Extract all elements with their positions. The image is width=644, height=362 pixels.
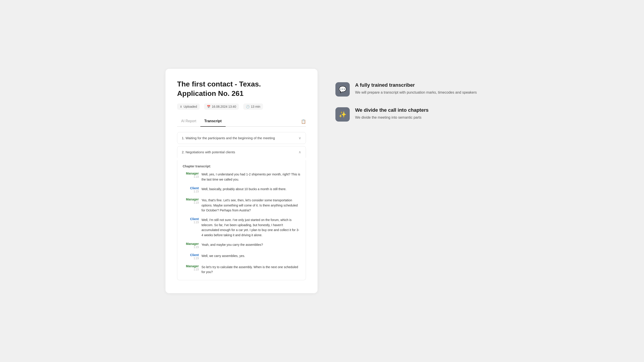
speaker-col-7: Manager 1:23 xyxy=(183,264,199,275)
page-wrapper: The first contact - Texas. Application N… xyxy=(166,69,478,293)
speaker-time-1: 1:23 xyxy=(194,175,199,178)
tab-ai-report[interactable]: AI Report xyxy=(177,117,200,127)
feature-chapters-text: We divide the call into chapters We divi… xyxy=(355,107,428,120)
speech-text-6: Well, we carry assemblies, yes. xyxy=(202,253,300,260)
tabs: AI Report Transcript 📋 xyxy=(177,117,306,127)
feature-chapters-title: We divide the call into chapters xyxy=(355,107,428,113)
transcript-entry-3: Manager 1:23 Yes, that's fine. Let's see… xyxy=(183,198,300,213)
speaker-col-3: Manager 1:23 xyxy=(183,198,199,213)
speaker-time-6: 1:23 xyxy=(194,257,199,260)
uploaded-label: Uploaded xyxy=(184,105,197,108)
speaker-time-4: 1:23 xyxy=(194,221,199,224)
speech-text-5: Yeah, and maybe you carry the assemblies… xyxy=(202,242,300,249)
tab-transcript[interactable]: Transcript xyxy=(200,117,226,127)
chapter-2-label: 2. Negotiations with potential clients xyxy=(182,150,235,154)
speaker-time-2: 1:23 xyxy=(194,190,199,193)
speech-text-1: Well, yes, I understand you had 1-2 ship… xyxy=(202,172,300,182)
speaker-col-1: Manager 1:23 xyxy=(183,172,199,182)
page-title: The first contact - Texas. Application N… xyxy=(177,79,306,98)
feature-transcriber-text: A fully trained transcriber We will prep… xyxy=(355,82,477,95)
chapter-2-header[interactable]: 2. Negotiations with potential clients ∧ xyxy=(177,146,306,158)
speech-text-2: Well, basically, probably about 10 bucks… xyxy=(202,186,300,193)
meta-row: ⬇ Uploaded 📅 16.08.2024 13:40 🕐 13 min xyxy=(177,103,306,110)
transcriber-icon-box: 💬 xyxy=(336,82,350,96)
chevron-up-icon: ∧ xyxy=(298,150,301,154)
duration-badge: 🕐 13 min xyxy=(243,103,263,110)
transcript-entry-7: Manager 1:23 So let's try to calculate t… xyxy=(183,264,300,275)
features-col: 💬 A fully trained transcriber We will pr… xyxy=(336,69,478,122)
feature-transcriber-desc: We will prepare a transcript with punctu… xyxy=(355,90,477,95)
clock-icon: 🕐 xyxy=(246,105,250,108)
date-badge: 📅 16.08.2024 13:40 xyxy=(204,103,239,110)
copy-icon[interactable]: 📋 xyxy=(297,117,306,127)
transcript-entry-2: Client 1:23 Well, basically, probably ab… xyxy=(183,186,300,193)
chevron-down-icon: ∨ xyxy=(298,136,301,140)
speaker-name-1: Manager xyxy=(186,172,199,175)
uploaded-badge: ⬇ Uploaded xyxy=(177,103,200,110)
duration-label: 13 min xyxy=(251,105,260,108)
speaker-name-6: Client xyxy=(190,253,199,257)
feature-chapters-desc: We divide the meeting into semantic part… xyxy=(355,115,428,120)
speaker-name-3: Manager xyxy=(186,198,199,201)
chat-icon: 💬 xyxy=(339,86,346,93)
tabs-row: AI Report Transcript 📋 xyxy=(177,117,306,132)
main-card: The first contact - Texas. Application N… xyxy=(166,69,318,293)
date-label: 16.08.2024 13:40 xyxy=(212,105,236,108)
speaker-name-4: Client xyxy=(190,217,199,221)
speaker-col-5: Manager 1:23 xyxy=(183,242,199,249)
calendar-icon: 📅 xyxy=(207,105,210,108)
feature-transcriber-title: A fully trained transcriber xyxy=(355,82,477,88)
feature-transcriber: 💬 A fully trained transcriber We will pr… xyxy=(336,82,478,96)
speaker-col-6: Client 1:23 xyxy=(183,253,199,260)
transcript-entry-5: Manager 1:23 Yeah, and maybe you carry t… xyxy=(183,242,300,249)
chapter-transcript-label: Chapter transcript: xyxy=(183,164,300,168)
speaker-name-7: Manager xyxy=(186,264,199,268)
speaker-col-2: Client 1:23 xyxy=(183,186,199,193)
transcript-entry-1: Manager 1:23 Well, yes, I understand you… xyxy=(183,172,300,182)
speech-text-3: Yes, that's fine. Let's see, then, let's… xyxy=(202,198,300,213)
chapters-icon-box: ✨ xyxy=(336,107,350,122)
speech-text-7: So let's try to calculate the assembly. … xyxy=(202,264,300,275)
chapter-1-label: 1. Waiting for the participants and the … xyxy=(182,136,275,140)
transcript-entry-6: Client 1:23 Well, we carry assemblies, y… xyxy=(183,253,300,260)
chapter-2-content: Chapter transcript: Manager 1:23 Well, y… xyxy=(177,160,306,280)
speaker-time-3: 1:23 xyxy=(194,201,199,204)
speaker-name-5: Manager xyxy=(186,242,199,246)
speaker-time-7: 1:23 xyxy=(194,268,199,271)
feature-chapters: ✨ We divide the call into chapters We di… xyxy=(336,107,478,122)
speaker-time-5: 1:23 xyxy=(194,246,199,249)
speaker-col-4: Client 1:23 xyxy=(183,217,199,238)
speaker-name-2: Client xyxy=(190,186,199,190)
speech-text-4: Well, I'm still not sure. I've only just… xyxy=(202,217,300,238)
upload-icon: ⬇ xyxy=(180,105,182,108)
sparkles-icon: ✨ xyxy=(339,111,346,118)
transcript-entry-4: Client 1:23 Well, I'm still not sure. I'… xyxy=(183,217,300,238)
chapter-1-header[interactable]: 1. Waiting for the participants and the … xyxy=(177,132,306,144)
